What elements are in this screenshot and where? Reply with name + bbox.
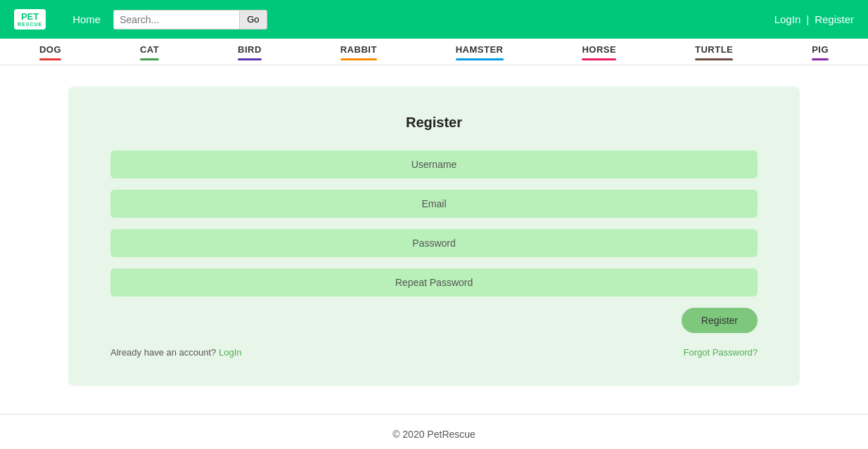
forgot-password-link[interactable]: Forgot Password? xyxy=(684,347,758,358)
register-card: Register Register Already have an accoun… xyxy=(68,86,800,386)
header: PET RESCUE Home Go LogIn | Register xyxy=(0,0,868,39)
password-group xyxy=(110,229,758,257)
login-footer-link[interactable]: LogIn xyxy=(219,347,242,358)
username-group xyxy=(110,150,758,178)
footer: © 2020 PetRescue xyxy=(0,414,868,449)
repeat-password-input[interactable] xyxy=(110,268,758,297)
search-form: Go xyxy=(113,10,267,30)
header-divider: | xyxy=(806,13,809,25)
header-right: LogIn | Register xyxy=(774,13,854,25)
nav-item-hamster[interactable]: HAMSTER xyxy=(456,44,504,65)
email-input[interactable] xyxy=(110,190,758,218)
nav-item-dog[interactable]: DOG xyxy=(39,44,61,65)
search-input[interactable] xyxy=(113,10,240,30)
already-account-text: Already have an account? LogIn xyxy=(110,347,242,358)
nav-item-horse[interactable]: HORSE xyxy=(582,44,616,65)
main-content: Register Register Already have an accoun… xyxy=(0,65,868,407)
logo: PET RESCUE xyxy=(14,9,46,30)
register-button[interactable]: Register xyxy=(682,308,758,333)
nav-item-cat[interactable]: CAT xyxy=(140,44,159,65)
repeat-password-group xyxy=(110,268,758,297)
nav-item-pig[interactable]: PIG xyxy=(812,44,829,65)
search-button[interactable]: Go xyxy=(240,10,267,30)
password-input[interactable] xyxy=(110,229,758,257)
form-footer: Already have an account? LogIn Forgot Pa… xyxy=(110,347,758,358)
register-btn-row: Register xyxy=(110,308,758,333)
nav-item-bird[interactable]: BIRD xyxy=(238,44,262,65)
home-link[interactable]: Home xyxy=(72,13,101,25)
footer-text: © 2020 PetRescue xyxy=(392,429,476,440)
nav-item-rabbit[interactable]: RABBIT xyxy=(340,44,377,65)
nav-item-turtle[interactable]: TURTLE xyxy=(695,44,733,65)
login-link[interactable]: LogIn xyxy=(774,13,801,25)
register-title: Register xyxy=(110,115,758,131)
logo-pet: PET xyxy=(18,12,42,22)
register-link[interactable]: Register xyxy=(815,13,854,25)
main-nav: DOG CAT BIRD RABBIT HAMSTER HORSE TURTLE… xyxy=(0,39,868,65)
username-input[interactable] xyxy=(110,150,758,178)
logo-box: PET RESCUE xyxy=(14,9,46,30)
email-group xyxy=(110,190,758,218)
logo-rescue: RESCUE xyxy=(18,22,42,27)
